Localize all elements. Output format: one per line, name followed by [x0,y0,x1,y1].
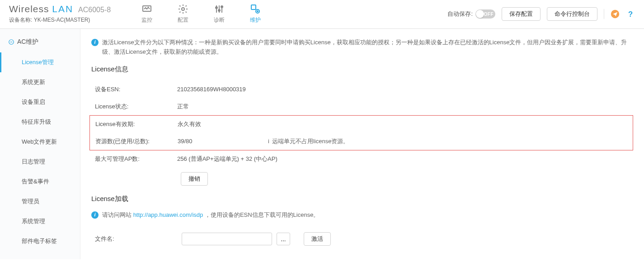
license-info-title: License信息 [91,65,633,74]
row-license-status: License状态: 正常 [91,98,633,115]
device-name-row: 设备名称: YK-MES-AC(MASTER) [9,16,111,24]
sidebar-item-signature-upgrade[interactable]: 特征库升级 [0,112,80,132]
license-banner: i 激活License文件分为以下两种情况：一种是新购买设备的用户需要同时申请购… [91,38,633,57]
license-status-value: 正常 [177,103,268,111]
monitor-icon [141,4,152,14]
load-banner-text: 请访问网站 http://app.huawei.com/isdp ，使用设备的E… [102,211,319,220]
maintain-icon [250,4,261,14]
autosave-toggle[interactable]: OFF [475,9,495,19]
nav-config-label: 配置 [178,16,188,24]
license-status-label: License状态: [91,103,177,111]
svg-rect-5 [251,5,256,9]
esn-label: 设备ESN: [91,85,177,94]
sidebar-item-log-management[interactable]: 日志管理 [0,152,80,172]
sidebar-item-license[interactable]: License管理 [0,52,80,72]
info-icon: i [268,138,269,145]
max-ap-value: 256 (普通AP+远端单元) + 32 (中心AP) [177,155,277,163]
resource-note: i 远端单元不占用license资源。 [268,137,349,145]
nav-config[interactable]: 配置 [165,4,201,24]
toggle-off-text: OFF [484,12,494,17]
svg-point-2 [216,7,217,9]
device-name-value: YK-MES-AC(MASTER) [34,17,90,23]
resource-count-label: 资源数(已使用/总数): [92,137,178,145]
file-label: 文件名: [91,235,177,243]
license-expire-value: 永久有效 [178,120,268,128]
toggle-knob [476,10,484,18]
header: Wireless LAN AC6005-8 设备名称: YK-MES-AC(MA… [0,0,644,29]
nav-diagnose-label: 诊断 [214,16,225,24]
file-name-input[interactable] [182,233,272,245]
autosave-control: 自动保存: OFF [447,9,495,19]
collapse-icon [8,39,14,45]
nav-monitor-label: 监控 [141,16,152,24]
esn-value: 21023568169WH8000319 [177,86,268,93]
device-name-label: 设备名称: [9,17,32,23]
resource-note-text: 远端单元不占用license资源。 [272,137,349,145]
sidebar: AC维护 License管理 系统更新 设备重启 特征库升级 Web文件更新 日… [0,29,80,259]
brand: Wireless LAN AC6005-8 设备名称: YK-MES-AC(MA… [9,4,111,24]
load-banner: i 请访问网站 http://app.huawei.com/isdp ，使用设备… [91,211,633,220]
svg-point-3 [218,9,220,11]
gear-icon [178,4,188,14]
highlight-box: License有效期: 永久有效 资源数(已使用/总数): 39/80 i 远端… [89,115,633,150]
info-icon: i [91,39,99,46]
sidebar-item-system-update[interactable]: 系统更新 [0,72,80,92]
row-resource-count: 资源数(已使用/总数): 39/80 i 远端单元不占用license资源。 [92,133,631,150]
save-config-button[interactable]: 保存配置 [502,7,541,21]
autosave-label: 自动保存: [447,10,473,18]
sidebar-item-web-file-update[interactable]: Web文件更新 [0,132,80,152]
nav-maintain-label: 维护 [250,16,261,24]
sidebar-item-alarm-event[interactable]: 告警&事件 [0,172,80,192]
brand-lan: LAN [52,4,73,14]
svg-point-1 [182,8,184,10]
revoke-row: 撤销 [91,168,633,190]
help-icon[interactable]: ? [626,9,635,19]
sidebar-item-administrator[interactable]: 管理员 [0,192,80,211]
sliders-icon [214,4,225,14]
sidebar-item-device-reboot[interactable]: 设备重启 [0,92,80,112]
browse-button[interactable]: ... [277,233,290,245]
file-row: 文件名: ... 激活 [91,228,633,250]
max-ap-label: 最大可管理AP数: [91,155,177,163]
sidebar-item-device-label[interactable]: 部件电子标签 [0,231,80,251]
sidebar-section-ac-maintain[interactable]: AC维护 [0,38,80,52]
nav-monitor[interactable]: 监控 [129,4,165,24]
resource-count-value: 39/80 [178,138,268,145]
row-max-ap: 最大可管理AP数: 256 (普通AP+远端单元) + 32 (中心AP) [91,150,633,168]
header-separator [604,9,604,19]
license-load-title: License加载 [91,195,633,203]
nav-maintain[interactable]: 维护 [237,4,273,24]
content: AC维护 License管理 系统更新 设备重启 特征库升级 Web文件更新 日… [0,29,644,259]
nav-diagnose[interactable]: 诊断 [201,4,237,24]
cli-console-button[interactable]: 命令行控制台 [547,7,597,21]
header-right: 自动保存: OFF 保存配置 命令行控制台 ? [447,4,635,21]
svg-text:?: ? [628,10,633,19]
row-license-expire: License有效期: 永久有效 [92,116,631,133]
main-panel: i 激活License文件分为以下两种情况：一种是新购买设备的用户需要同时申请购… [80,29,644,259]
license-banner-text: 激活License文件分为以下两种情况：一种是新购买设备的用户需要同时申请购买L… [102,38,633,57]
brand-model: AC6005-8 [78,6,111,14]
sidebar-section-label: AC维护 [17,38,38,46]
row-esn: 设备ESN: 21023568169WH8000319 [91,81,633,98]
svg-point-4 [221,6,223,8]
top-nav: 监控 配置 诊断 维护 [129,4,273,24]
info-icon: i [91,211,99,219]
brand-wireless: Wireless [9,4,49,14]
activate-button[interactable]: 激活 [304,232,331,246]
license-expire-label: License有效期: [92,120,178,128]
load-banner-suffix: ，使用设备的ESN信息下载可用的License。 [203,211,319,218]
revoke-button[interactable]: 撤销 [181,172,208,186]
sidebar-item-system-management[interactable]: 系统管理 [0,211,80,231]
sidebar-list: License管理 系统更新 设备重启 特征库升级 Web文件更新 日志管理 告… [0,52,80,251]
load-banner-prefix: 请访问网站 [102,211,133,218]
brand-title: Wireless LAN AC6005-8 [9,4,111,14]
telegram-icon[interactable] [611,9,620,19]
isdp-link[interactable]: http://app.huawei.com/isdp [133,211,203,218]
